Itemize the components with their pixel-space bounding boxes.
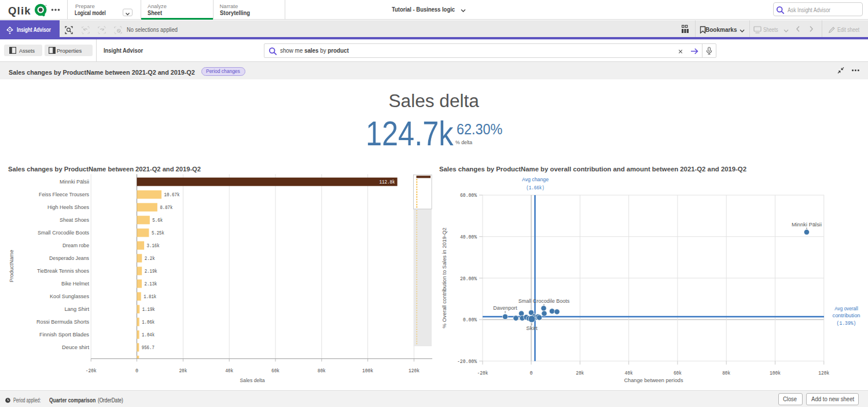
- svg-text:-20.00%: -20.00%: [457, 359, 477, 365]
- svg-text:% Overall contribution to Sale: % Overall contribution to Sales in 2019-…: [441, 228, 447, 328]
- svg-text:1.81k: 1.81k: [144, 294, 156, 300]
- svg-text:Avg change: Avg change: [522, 176, 549, 182]
- svg-text:Lang Shirt: Lang Shirt: [64, 306, 89, 312]
- svg-text:60k: 60k: [674, 371, 682, 376]
- svg-text:10.67k: 10.67k: [164, 192, 180, 198]
- svg-text:Davenport: Davenport: [493, 305, 517, 311]
- svg-text:80k: 80k: [318, 368, 326, 374]
- svg-text:20k: 20k: [576, 371, 584, 376]
- svg-text:112.8k: 112.8k: [380, 179, 395, 185]
- svg-text:2.2k: 2.2k: [145, 256, 155, 262]
- svg-text:1.19k: 1.19k: [142, 307, 155, 313]
- svg-text:Qlik: Qlik: [8, 5, 31, 17]
- svg-text:40k: 40k: [625, 371, 633, 376]
- svg-text:Skirt: Skirt: [526, 325, 538, 331]
- svg-text:120k: 120k: [818, 371, 829, 376]
- svg-text:Dream robe: Dream robe: [62, 242, 89, 248]
- svg-text:8.87k: 8.87k: [160, 205, 172, 211]
- svg-text:3.16k: 3.16k: [147, 243, 160, 249]
- svg-text:Rossi Bermuda Shorts: Rossi Bermuda Shorts: [36, 318, 89, 325]
- svg-text:80k: 80k: [722, 371, 730, 376]
- svg-text:120k: 120k: [409, 368, 420, 374]
- svg-text:20.00%: 20.00%: [460, 276, 477, 282]
- svg-text:1.06k: 1.06k: [142, 320, 155, 325]
- svg-text:(1.66k): (1.66k): [526, 185, 545, 191]
- svg-text:60.00%: 60.00%: [460, 193, 477, 199]
- svg-text:Small Crocodile Boots: Small Crocodile Boots: [38, 229, 89, 236]
- svg-text:5.6k: 5.6k: [152, 218, 163, 223]
- svg-text:Finnish Sport Blades: Finnish Sport Blades: [39, 331, 89, 338]
- svg-text:2.19k: 2.19k: [145, 269, 157, 274]
- svg-text:100k: 100k: [770, 371, 781, 376]
- svg-text:Sheat Shoes: Sheat Shoes: [60, 217, 89, 223]
- svg-text:Sales changes by ProductName b: Sales changes by ProductName between 202…: [8, 166, 201, 173]
- svg-text:60k: 60k: [271, 368, 279, 374]
- svg-text:0: 0: [135, 368, 138, 374]
- svg-text:5.25k: 5.25k: [152, 230, 164, 236]
- svg-text:ProductName: ProductName: [8, 250, 14, 282]
- svg-text:TieBreak Tennis shoes: TieBreak Tennis shoes: [37, 267, 89, 274]
- svg-text:Sales changes by ProductName b: Sales changes by ProductName by overall …: [439, 166, 746, 173]
- svg-text:Desperado Jeans: Desperado Jeans: [49, 255, 89, 261]
- svg-text:Kool Sunglasses: Kool Sunglasses: [50, 293, 89, 299]
- svg-text:Avg overall: Avg overall: [834, 305, 858, 311]
- svg-text:contribution: contribution: [833, 312, 860, 318]
- svg-text:20k: 20k: [179, 368, 187, 374]
- svg-text:0: 0: [530, 371, 533, 376]
- svg-text:High Heels Shoes: High Heels Shoes: [47, 204, 89, 210]
- svg-text:Change between periods: Change between periods: [624, 377, 683, 383]
- svg-text:0.00%: 0.00%: [463, 317, 477, 323]
- svg-text:1.04k: 1.04k: [142, 332, 155, 338]
- svg-text:-20k: -20k: [86, 368, 97, 374]
- svg-text:Bike Helmet: Bike Helmet: [61, 280, 89, 287]
- svg-text:40k: 40k: [225, 368, 233, 374]
- svg-text:Minnki Pälsii: Minnki Pälsii: [792, 221, 822, 228]
- svg-text:Sales delta: Sales delta: [240, 377, 266, 383]
- svg-text:40.00%: 40.00%: [460, 234, 477, 240]
- svg-text:Minnki Pälsii: Minnki Pälsii: [60, 178, 89, 185]
- svg-text:956.7: 956.7: [142, 345, 155, 351]
- svg-text:2.13k: 2.13k: [145, 281, 157, 287]
- svg-text:Feiss Fleece Trousers: Feiss Fleece Trousers: [39, 191, 89, 197]
- svg-text:(1.39%): (1.39%): [837, 321, 856, 327]
- svg-text:Deuce shirt: Deuce shirt: [62, 344, 89, 350]
- svg-text:-20k: -20k: [477, 371, 488, 376]
- svg-text:Small Crocodile Boots: Small Crocodile Boots: [518, 298, 570, 304]
- svg-text:100k: 100k: [362, 368, 373, 374]
